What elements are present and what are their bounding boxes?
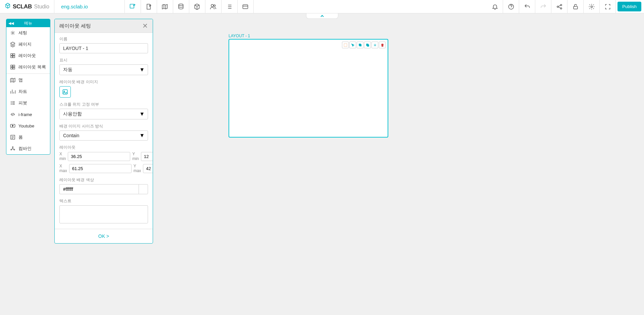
sidebar-item-iframe[interactable]: i-frame (6, 109, 50, 120)
layout-coord-label: 레이아웃 (59, 145, 148, 150)
logo-icon (5, 3, 11, 10)
panel-title: 레이아웃 세팅 (59, 23, 91, 29)
sidebar-item-settings[interactable]: 세팅 (6, 27, 50, 39)
svg-point-10 (591, 6, 592, 7)
layout-clone-icon[interactable] (364, 42, 371, 48)
xmax-label: X max (59, 164, 67, 173)
users-button[interactable] (205, 0, 221, 13)
xmin-label: X min (59, 152, 66, 161)
sidebar-item-map[interactable]: 맵 (6, 74, 50, 86)
help-button[interactable] (503, 0, 519, 13)
ymin-label: Y min (132, 152, 139, 161)
domain-text[interactable]: eng.sclab.io (54, 0, 125, 13)
layout-copy-icon[interactable] (357, 42, 363, 48)
svg-point-1 (179, 4, 183, 5)
scroll-label: 스크롤 위치 고정 여부 (59, 102, 148, 107)
display-label: 표시 (59, 57, 148, 63)
publish-button[interactable]: Publish (617, 2, 641, 11)
sidebar-label: i-frame (18, 112, 32, 117)
ymax-input[interactable] (143, 164, 153, 173)
lock-button[interactable] (567, 0, 584, 13)
edit-layout-button[interactable] (125, 0, 141, 13)
name-label: 이름 (59, 36, 148, 42)
sidebar-item-pivot[interactable]: 피봇 (6, 97, 50, 109)
display-select[interactable]: 자동 (59, 64, 148, 75)
layout-delete-icon[interactable] (379, 42, 386, 48)
xmax-input[interactable] (69, 164, 132, 173)
sidebar-label: 레이아웃 목록 (18, 64, 46, 70)
ymax-label: Y max (134, 164, 141, 173)
svg-point-16 (374, 44, 375, 45)
svg-point-28 (12, 147, 13, 148)
card-button[interactable] (238, 0, 254, 13)
panel-header: 레이아웃 세팅 ✕ (55, 19, 153, 33)
package-button[interactable] (189, 0, 205, 13)
svg-point-17 (12, 32, 14, 34)
layout-box[interactable] (229, 39, 388, 138)
sidebar-label: 맵 (18, 77, 23, 83)
sidebar-item-combine[interactable]: 컴바인 (6, 143, 50, 154)
scroll-select[interactable]: 사용안함 (59, 109, 148, 119)
bgimg-label: 레이아웃 배경 이미지 (59, 79, 148, 85)
svg-point-2 (211, 4, 214, 7)
svg-rect-15 (367, 44, 368, 46)
ok-button[interactable]: OK > (98, 233, 109, 239)
layout-select-icon[interactable] (342, 42, 349, 48)
name-input[interactable] (59, 43, 148, 53)
xmin-input[interactable] (68, 152, 130, 161)
list-button[interactable] (221, 0, 238, 13)
redo-button[interactable] (535, 0, 551, 13)
toolbar-right: Publish (487, 0, 644, 13)
edit-page-button[interactable] (141, 0, 157, 13)
sidebar-item-page[interactable]: 페이지 (6, 39, 50, 50)
canvas-expand-button[interactable] (306, 13, 338, 19)
database-button[interactable] (173, 0, 189, 13)
bgcolor-input[interactable] (59, 184, 139, 194)
sidebar-item-chart[interactable]: 차트 (6, 86, 50, 97)
sidebar-collapse-icon[interactable]: ◀◀ (8, 21, 14, 25)
logo[interactable]: SCLAB Studio (0, 0, 54, 13)
fullscreen-button[interactable] (600, 0, 616, 13)
image-upload-button[interactable] (59, 86, 71, 98)
share-button[interactable] (551, 0, 567, 13)
toolbar-left (125, 0, 254, 13)
text-label: 텍스트 (59, 198, 148, 204)
svg-point-32 (64, 91, 65, 92)
layout-toolbar (342, 42, 386, 48)
sidebar-label: 레이아웃 (18, 53, 36, 59)
map-button[interactable] (157, 0, 173, 13)
sidebar-item-layoutlist[interactable]: 레이아웃 목록 (6, 61, 50, 73)
layout-gear-icon[interactable] (371, 42, 378, 48)
close-icon[interactable]: ✕ (142, 22, 148, 29)
sidebar-label: 피봇 (18, 100, 27, 106)
sidebar-title: 메뉴 (24, 20, 32, 26)
color-swatch[interactable] (139, 184, 148, 194)
svg-rect-4 (243, 5, 248, 9)
bgcolor-label: 레이아웃 배경 색상 (59, 177, 148, 183)
ymin-input[interactable] (141, 152, 153, 161)
layout-widget[interactable]: LAYOUT - 1 (229, 34, 388, 138)
layout-arrow-icon[interactable] (349, 42, 356, 48)
settings-button[interactable] (584, 0, 600, 13)
svg-rect-11 (344, 44, 347, 47)
layout-settings-panel: 레이아웃 세팅 ✕ 이름 표시 자동 ▼ 레이아웃 배경 이미지 스크롤 위치 … (54, 19, 153, 244)
sidebar-label: 컴바인 (18, 146, 32, 152)
sidebar: ◀◀ 메뉴 세팅 페이지 레이아웃 레이아웃 목록 맵 차트 피봇 i-fram… (6, 19, 50, 155)
svg-rect-13 (359, 44, 360, 45)
bgsize-label: 배경 이미지 사이즈 방식 (59, 123, 148, 129)
svg-rect-24 (11, 67, 12, 69)
sidebar-label: 폼 (18, 134, 23, 140)
sidebar-label: 페이지 (18, 41, 32, 47)
text-area[interactable] (59, 205, 148, 223)
svg-rect-21 (13, 56, 15, 58)
logo-brand-text: SCLAB Studio (13, 3, 49, 10)
notification-button[interactable] (487, 0, 503, 13)
svg-point-3 (214, 5, 215, 6)
sidebar-item-youtube[interactable]: Youtube (6, 120, 50, 132)
sidebar-item-layout[interactable]: 레이아웃 (6, 50, 50, 61)
undo-button[interactable] (519, 0, 535, 13)
bgsize-select[interactable]: Contain (59, 130, 148, 141)
svg-rect-25 (13, 67, 15, 69)
svg-rect-9 (574, 6, 578, 9)
sidebar-item-form[interactable]: 폼 (6, 132, 50, 143)
